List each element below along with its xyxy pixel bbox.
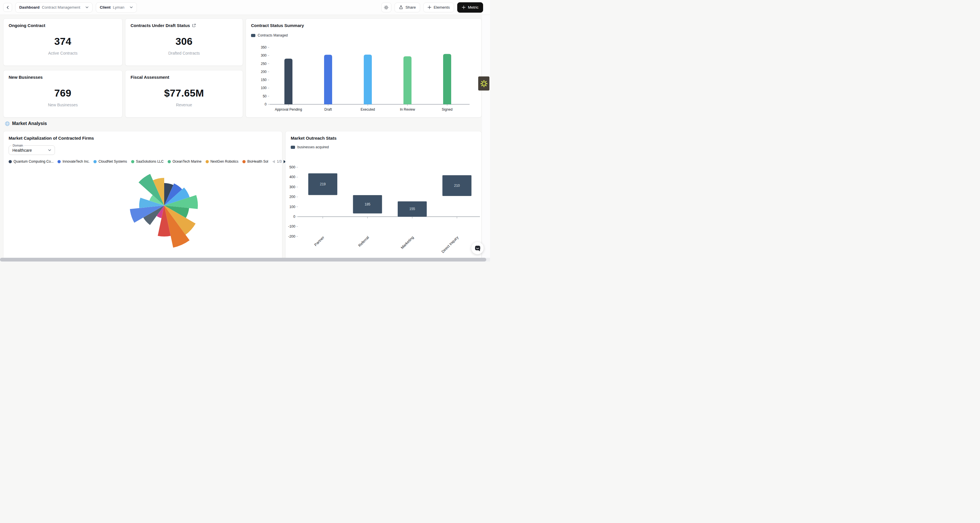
- market-outreach-waterfall-chart: 5004003002001000-100-200219Partner185Ref…: [286, 160, 482, 259]
- legend-label: Quantum Computing Co...: [14, 160, 54, 163]
- svg-text:Direct Inquiry: Direct Inquiry: [441, 235, 459, 254]
- external-link-icon[interactable]: [192, 24, 196, 27]
- add-elements-label: Elements: [434, 5, 450, 10]
- legend-swatch[interactable]: [251, 34, 255, 37]
- chart-title: Market Capitalization of Contracted Firm…: [9, 136, 277, 141]
- legend-item[interactable]: Quantum Computing Co...: [9, 160, 54, 163]
- add-metric-button[interactable]: Metric: [457, 2, 483, 13]
- client-select[interactable]: Client Lyman: [96, 2, 137, 13]
- chevron-down-icon: [48, 149, 51, 151]
- legend-dot: [205, 160, 209, 163]
- market-cap-rose-chart: [115, 154, 213, 252]
- legend-label: NextGen Robotics: [210, 160, 239, 163]
- svg-text:100: 100: [289, 205, 295, 209]
- svg-text:-200: -200: [288, 235, 295, 239]
- chart-legend: businesses acquired: [291, 145, 476, 149]
- svg-text:185: 185: [364, 202, 371, 206]
- toolbar-actions: Share Elements Metric: [381, 2, 483, 13]
- card-title: Fiscal Assessment: [130, 75, 237, 79]
- dashboard-select-label: Dashboard: [19, 5, 40, 10]
- card-title: Contracts Under Draft Status: [130, 23, 190, 28]
- chart-title: Market Outreach Stats: [291, 136, 476, 141]
- svg-text:0: 0: [264, 102, 267, 106]
- stat-value: 374: [9, 36, 117, 47]
- plus-icon: [462, 5, 466, 9]
- dashboard-select-value: Contract Management: [42, 5, 81, 10]
- svg-text:219: 219: [320, 182, 326, 186]
- stat-card-fiscal-assessment: Fiscal Assessment $77.65M Revenue: [125, 70, 243, 117]
- svg-text:250: 250: [261, 62, 267, 66]
- market-outreach-card: Market Outreach Stats businesses acquire…: [285, 131, 482, 262]
- legend-label[interactable]: businesses acquired: [298, 145, 329, 149]
- chat-launcher-button[interactable]: [471, 242, 484, 254]
- share-icon: [399, 5, 403, 10]
- svg-text:Marketing: Marketing: [400, 235, 415, 250]
- horizontal-scrollbar-thumb[interactable]: [0, 258, 486, 262]
- svg-text:Approval Pending: Approval Pending: [275, 108, 302, 111]
- svg-text:Partner: Partner: [313, 235, 325, 247]
- legend-dot: [242, 160, 246, 163]
- asterisk-icon: [480, 80, 488, 87]
- svg-text:Executed: Executed: [361, 108, 375, 111]
- chevron-left-icon: [6, 6, 9, 9]
- svg-text:Draft: Draft: [325, 108, 332, 111]
- contract-status-summary-card: Contract Status Summary Contracts Manage…: [246, 18, 482, 117]
- svg-text:155: 155: [409, 207, 415, 211]
- domain-select[interactable]: Domain Healthcare: [9, 146, 55, 155]
- assistant-widget-tab[interactable]: [478, 76, 489, 90]
- svg-text:150: 150: [261, 78, 267, 82]
- legend-swatch[interactable]: [291, 146, 295, 149]
- right-scroll-gutter: [482, 15, 490, 262]
- settings-button[interactable]: [381, 3, 391, 13]
- svg-text:-100: -100: [288, 224, 295, 228]
- svg-text:300: 300: [261, 54, 267, 57]
- client-select-label: Client: [100, 5, 111, 10]
- svg-text:50: 50: [263, 94, 267, 98]
- legend-dot: [57, 160, 60, 163]
- card-title: New Businesses: [9, 75, 117, 79]
- legend-item[interactable]: NextGen Robotics: [205, 160, 239, 163]
- pagination-prev-icon[interactable]: [272, 160, 275, 163]
- chevron-down-icon: [85, 6, 89, 8]
- svg-text:In Review: In Review: [400, 108, 415, 111]
- legend-item[interactable]: InnovateTech Inc.: [57, 160, 89, 163]
- legend-pagination: 1/3: [272, 160, 287, 163]
- top-toolbar: Dashboard Contract Management Client Lym…: [0, 0, 490, 15]
- share-button[interactable]: Share: [395, 3, 420, 13]
- legend-item[interactable]: SaaSolutions LLC: [131, 160, 164, 163]
- client-select-value: Lyman: [113, 5, 124, 10]
- dashboard-app: Dashboard Contract Management Client Lym…: [0, 0, 490, 262]
- svg-text:210: 210: [454, 184, 460, 188]
- stat-value: 769: [9, 87, 117, 99]
- gear-icon: [383, 5, 389, 10]
- globe-icon: [5, 121, 10, 126]
- legend-item[interactable]: CloudNet Systems: [94, 160, 127, 163]
- svg-text:400: 400: [289, 175, 295, 179]
- contract-status-bar-chart: 050100150200250300350Approval PendingDra…: [246, 43, 482, 116]
- svg-text:350: 350: [261, 45, 267, 49]
- share-button-label: Share: [406, 5, 416, 10]
- card-title: Ongoing Contract: [9, 23, 117, 28]
- legend-label: BioHealth Sol: [247, 160, 268, 163]
- back-button[interactable]: [3, 3, 12, 12]
- legend-label: SaaSolutions LLC: [136, 160, 164, 163]
- svg-text:200: 200: [289, 195, 295, 199]
- legend-item[interactable]: BioHealth Sol: [242, 160, 268, 163]
- legend-label: InnovateTech Inc.: [62, 160, 89, 163]
- domain-select-value: Healthcare: [13, 148, 32, 152]
- stat-value: 306: [130, 36, 237, 47]
- stat-subtitle: Drafted Contracts: [130, 51, 237, 55]
- horizontal-scrollbar: [0, 258, 490, 262]
- chevron-down-icon: [130, 6, 133, 8]
- stat-card-new-businesses: New Businesses 769 New Businesses: [3, 70, 123, 117]
- stat-subtitle: Revenue: [130, 103, 237, 107]
- plus-icon: [428, 5, 431, 9]
- legend-dot: [9, 160, 12, 163]
- chat-bubble-icon: [474, 245, 481, 252]
- legend-item[interactable]: OceanTech Marine: [168, 160, 202, 163]
- market-analysis-section-header: Market Analysis: [5, 121, 47, 126]
- legend-dot: [168, 160, 171, 163]
- add-elements-button[interactable]: Elements: [423, 3, 454, 13]
- dashboard-select[interactable]: Dashboard Contract Management: [15, 2, 92, 13]
- legend-label[interactable]: Contracts Managed: [258, 33, 288, 37]
